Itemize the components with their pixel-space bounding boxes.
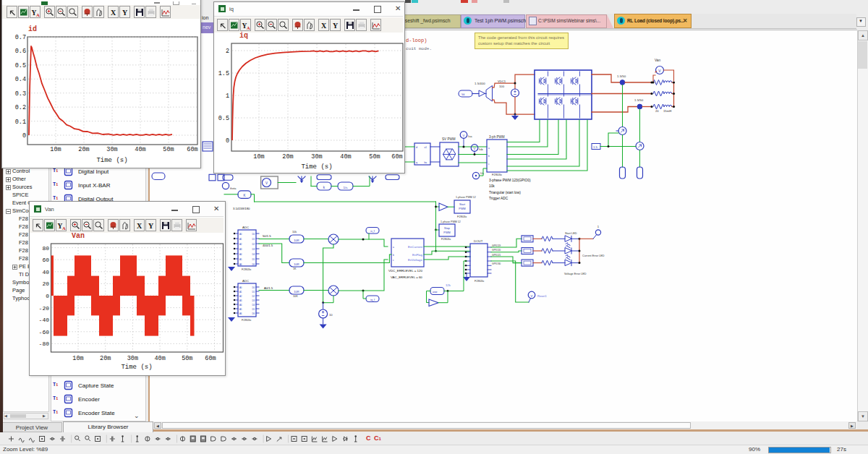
svg-text:GPIO19: GPIO19 <box>492 244 501 247</box>
svg-text:20m: 20m <box>282 153 293 160</box>
svg-text:0.2: 0.2 <box>15 104 26 111</box>
svg-text:F2803x: F2803x <box>441 237 451 241</box>
svg-text:V: V <box>474 147 476 150</box>
svg-text:A5: A5 <box>239 308 242 311</box>
svg-text:F2803x: F2803x <box>457 215 467 218</box>
svg-text:10m: 10m <box>253 153 264 160</box>
svg-text:V: V <box>658 69 661 73</box>
svg-text:a: a <box>488 147 490 150</box>
svg-text:a1: a1 <box>424 146 427 149</box>
svg-text:50/1.5: 50/1.5 <box>263 234 271 238</box>
svg-text:c: c <box>393 259 394 262</box>
svg-text:VDC_ERRLEVEL = 120: VDC_ERRLEVEL = 120 <box>388 269 422 273</box>
svg-text:-40: -40 <box>39 317 50 323</box>
svg-text:Stop: Stop <box>444 227 450 230</box>
svg-text:20: 20 <box>655 109 659 113</box>
svg-text:3-phase PWM 123(GPIO0): 3-phase PWM 123(GPIO0) <box>489 179 531 182</box>
svg-text:1-phase PWM 12: 1-phase PWM 12 <box>456 196 476 199</box>
svg-text:0: 0 <box>46 293 49 299</box>
svg-text:GPIO30: GPIO30 <box>492 262 501 265</box>
svg-text:Time (s): Time (s) <box>301 163 332 171</box>
svg-text:GPIO21: GPIO21 <box>492 254 501 257</box>
svg-text:Current Error LED: Current Error LED <box>582 254 605 257</box>
svg-text:F2803x: F2803x <box>492 173 503 176</box>
svg-text:40m: 40m <box>340 153 351 160</box>
svg-text:60m: 60m <box>187 146 197 153</box>
svg-text:Start LED: Start LED <box>565 232 577 235</box>
svg-text:50m: 50m <box>369 153 380 160</box>
svg-text:F2803x: F2803x <box>242 267 251 271</box>
svg-text:D3: D3 <box>252 248 255 251</box>
svg-text:is_f: is_f <box>370 230 375 233</box>
svg-text:80: 80 <box>42 245 49 252</box>
svg-text:ADC: ADC <box>242 226 249 229</box>
svg-text:0: 0 <box>226 137 229 145</box>
svg-text:D5: D5 <box>252 258 255 261</box>
svg-text:0.4: 0.4 <box>15 76 26 83</box>
svg-text:A4: A4 <box>239 304 242 307</box>
svg-text:40: 40 <box>42 269 49 275</box>
svg-text:10m: 10m <box>50 146 61 153</box>
svg-text:-80: -80 <box>39 340 50 347</box>
svg-text:20: 20 <box>42 280 49 287</box>
svg-text:1: 1 <box>226 93 229 100</box>
svg-text:10R: 10R <box>294 290 299 294</box>
svg-text:12k: 12k <box>446 283 451 287</box>
svg-text:F2803x: F2803x <box>242 318 251 322</box>
svg-text:Isb: Isb <box>479 147 483 151</box>
svg-text:30m: 30m <box>127 355 138 362</box>
svg-text:1K: 1K <box>293 267 297 270</box>
svg-text:EnCurrent: EnCurrent <box>408 245 423 249</box>
svg-text:iq_f: iq_f <box>370 299 375 301</box>
svg-text:D1: D1 <box>252 238 255 241</box>
svg-text:DOUT: DOUT <box>474 239 483 243</box>
svg-text:Vd: Vd <box>461 93 464 96</box>
svg-text:400/1.5: 400/1.5 <box>263 244 273 247</box>
svg-text:A1: A1 <box>239 238 242 241</box>
svg-text:Van: Van <box>72 232 85 240</box>
svg-text:V: V <box>265 181 268 185</box>
svg-text:Van: Van <box>655 59 661 62</box>
svg-text:VDC1: VDC1 <box>498 80 506 83</box>
svg-text:60m: 60m <box>391 153 402 160</box>
svg-text:GPIO20: GPIO20 <box>492 249 501 252</box>
svg-text:V: V <box>463 134 465 137</box>
svg-text:D4: D4 <box>252 304 255 307</box>
svg-text:1-phase PWM 12: 1-phase PWM 12 <box>441 220 461 223</box>
svg-text:1.5: 1.5 <box>218 70 229 77</box>
svg-text:60: 60 <box>42 257 49 263</box>
svg-text:Isa: Isa <box>468 134 472 138</box>
svg-text:3-ph PWM: 3-ph PWM <box>489 135 505 139</box>
svg-text:0.3: 0.3 <box>15 90 26 98</box>
svg-text:1.5: 1.5 <box>593 145 597 149</box>
svg-text:3.14159/180: 3.14159/180 <box>233 207 250 210</box>
svg-text:V: V <box>531 294 533 298</box>
svg-text:F2803x: F2803x <box>475 279 484 283</box>
svg-text:A4: A4 <box>239 253 242 256</box>
svg-text:0.5: 0.5 <box>15 62 26 69</box>
svg-text:10m: 10m <box>72 355 83 362</box>
svg-text:q: q <box>416 161 417 164</box>
svg-text:Reset1: Reset1 <box>537 294 547 298</box>
svg-text:c: c <box>488 163 490 166</box>
svg-text:A0: A0 <box>239 286 242 289</box>
svg-text:A2: A2 <box>239 243 242 246</box>
svg-text:A6: A6 <box>239 263 242 266</box>
svg-text:VAC_ERRLEVEL = 60: VAC_ERRLEVEL = 60 <box>391 275 422 279</box>
svg-text:30m: 30m <box>106 146 117 153</box>
svg-text:10k: 10k <box>292 231 297 234</box>
svg-text:1.5/400: 1.5/400 <box>475 82 485 85</box>
svg-text:D2: D2 <box>252 295 255 298</box>
svg-text:-60: -60 <box>39 329 50 335</box>
svg-text:0.6: 0.6 <box>15 48 26 55</box>
svg-text:1.5/50: 1.5/50 <box>634 98 644 102</box>
svg-text:Time (s): Time (s) <box>96 157 127 164</box>
svg-text:b: b <box>393 254 394 257</box>
svg-text:40m: 40m <box>154 355 165 362</box>
svg-text:id: id <box>28 25 37 33</box>
svg-text:1/s: 1/s <box>344 186 349 189</box>
svg-text:A3: A3 <box>239 299 242 302</box>
svg-text:10k: 10k <box>489 184 495 188</box>
svg-text:A2: A2 <box>239 295 242 298</box>
svg-text:20m: 20m <box>78 146 89 153</box>
